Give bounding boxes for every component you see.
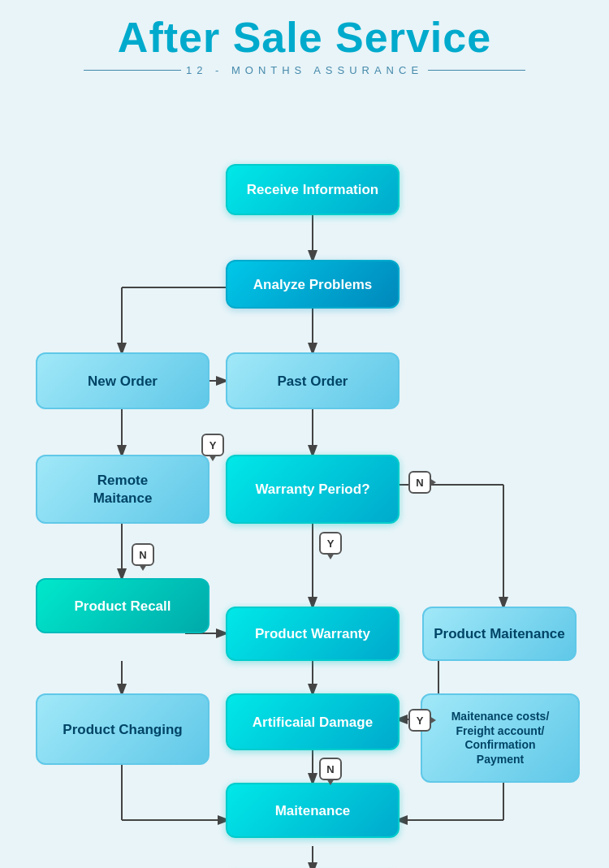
page-title: After Sale Service bbox=[0, 15, 609, 61]
past-order-box: Past Order bbox=[226, 352, 400, 409]
product-changing-box: Product Changing bbox=[36, 693, 209, 765]
badge-y-damage: Y bbox=[408, 709, 431, 732]
artificial-damage-box: Artificaial Damage bbox=[226, 693, 400, 750]
badge-y-warranty: Y bbox=[319, 532, 342, 555]
product-warranty-box: Product Warranty bbox=[226, 607, 400, 661]
remote-maint-box: Remote Maitance bbox=[36, 455, 209, 524]
product-recall-box: Product Recall bbox=[36, 578, 209, 633]
header-subtitle: 12 - MONTHS ASSURANCE bbox=[0, 64, 609, 76]
header-line-right bbox=[428, 70, 525, 71]
product-maint-box: Product Maitenance bbox=[422, 607, 577, 661]
page-wrapper: After Sale Service 12 - MONTHS ASSURANCE bbox=[0, 0, 609, 868]
warranty-period-box: Warranty Period? bbox=[226, 455, 400, 524]
receive-info-box: Receive Information bbox=[226, 164, 400, 215]
flowchart: Receive Information Analyze Problems New… bbox=[0, 83, 609, 868]
maint-costs-box: Maitenance costs/ Freight account/ Confi… bbox=[421, 693, 580, 783]
analyze-problems-box: Analyze Problems bbox=[226, 260, 400, 309]
badge-y-remote: Y bbox=[201, 434, 224, 456]
header: After Sale Service 12 - MONTHS ASSURANCE bbox=[0, 0, 609, 83]
new-order-box: New Order bbox=[36, 352, 209, 409]
badge-n-warranty: N bbox=[408, 471, 431, 494]
maitenance-box: Maitenance bbox=[226, 783, 400, 838]
badge-n-recall: N bbox=[132, 543, 154, 566]
header-line-left bbox=[84, 70, 181, 71]
badge-n-damage: N bbox=[319, 758, 342, 780]
